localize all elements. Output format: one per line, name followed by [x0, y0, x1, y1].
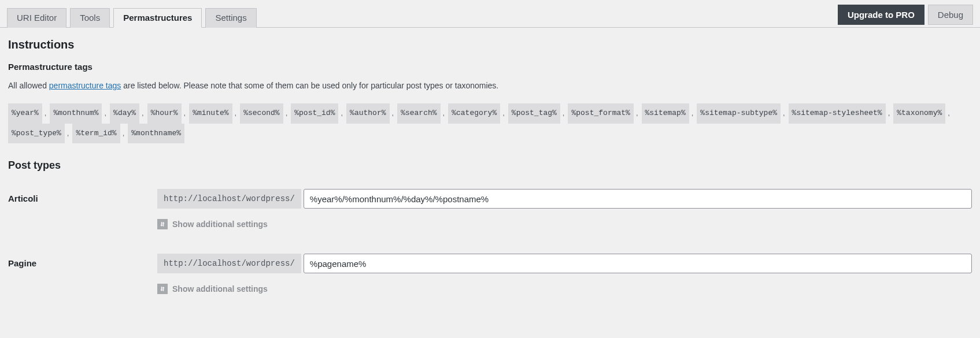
separator: , — [341, 105, 343, 122]
permastructure-tag: %term_id% — [72, 124, 120, 144]
post-type-label: Articoli — [8, 189, 157, 203]
separator: , — [443, 105, 445, 122]
tabs-left: URI Editor Tools Permastructures Setting… — [7, 8, 838, 27]
tab-permastructures[interactable]: Permastructures — [113, 8, 202, 28]
permastructure-tag: %second% — [240, 103, 283, 124]
post-type-row: Articolihttp://localhost/wordpress/Show … — [8, 189, 972, 229]
separator: , — [104, 105, 106, 122]
tab-bar: URI Editor Tools Permastructures Setting… — [0, 0, 980, 28]
separator: , — [235, 105, 237, 122]
permastructure-tag: %author% — [346, 103, 389, 124]
permastructure-tag: %search% — [397, 103, 440, 124]
separator: , — [502, 105, 505, 122]
permastructure-tags-heading: Permastructure tags — [8, 62, 972, 72]
separator: , — [392, 105, 394, 122]
permastructure-tag: %post_type% — [8, 124, 65, 144]
permastructure-tag: %taxonomy% — [893, 103, 945, 124]
permastructure-tag: %sitemap-subtype% — [697, 103, 781, 124]
permastructure-tag: %minute% — [189, 103, 232, 124]
post-type-body: http://localhost/wordpress/Show addition… — [157, 254, 972, 294]
content: Instructions Permastructure tags All all… — [0, 28, 980, 329]
permastructure-tag: %category% — [448, 103, 500, 124]
show-additional-settings-toggle[interactable]: Show additional settings — [157, 219, 972, 229]
desc-text-before: All allowed — [8, 81, 49, 90]
permalink-input-line: http://localhost/wordpress/ — [157, 189, 972, 209]
permastructure-tag: %post_id% — [291, 103, 338, 124]
permastructure-tag: %monthnum% — [50, 103, 102, 124]
separator: , — [783, 105, 785, 122]
permastructure-tag: %monthname% — [128, 124, 184, 144]
permastructure-tags-link[interactable]: permastructure tags — [49, 81, 121, 90]
permastructure-tag: %hour% — [147, 103, 182, 124]
separator: , — [286, 105, 288, 122]
show-additional-settings-toggle[interactable]: Show additional settings — [157, 284, 972, 294]
desc-text-after: are listed below. Please note that some … — [121, 81, 498, 90]
sort-icon — [157, 219, 168, 229]
post-type-label: Pagine — [8, 254, 157, 268]
post-type-row: Paginehttp://localhost/wordpress/Show ad… — [8, 254, 972, 294]
separator: , — [636, 105, 638, 122]
separator: , — [45, 105, 47, 122]
instructions-description: All allowed permastructure tags are list… — [8, 80, 972, 92]
toggle-label: Show additional settings — [172, 220, 268, 229]
permastructure-tag: %day% — [110, 103, 139, 124]
post-types-heading: Post types — [8, 159, 972, 172]
upgrade-button[interactable]: Upgrade to PRO — [838, 5, 924, 25]
permastructure-tag: %post_tag% — [508, 103, 560, 124]
separator: , — [563, 105, 565, 122]
post-type-body: http://localhost/wordpress/Show addition… — [157, 189, 972, 229]
debug-button[interactable]: Debug — [928, 5, 973, 25]
instructions-heading: Instructions — [8, 38, 972, 51]
separator: , — [691, 105, 694, 122]
tab-uri-editor[interactable]: URI Editor — [7, 8, 66, 28]
sort-icon — [157, 284, 168, 294]
separator: , — [184, 105, 186, 122]
permastructure-input[interactable] — [304, 254, 972, 273]
separator: , — [888, 105, 890, 122]
tabs-right: Upgrade to PRO Debug — [838, 5, 973, 25]
permastructure-tag: %post_format% — [568, 103, 633, 124]
post-types-rows: Articolihttp://localhost/wordpress/Show … — [8, 189, 972, 294]
tab-settings[interactable]: Settings — [205, 8, 256, 28]
separator: , — [67, 125, 69, 142]
permastructure-tags-list: %year%,%monthnum%,%day%,%hour%,%minute%,… — [8, 103, 972, 143]
tab-tools[interactable]: Tools — [70, 8, 110, 28]
url-prefix: http://localhost/wordpress/ — [157, 189, 301, 209]
permastructure-input[interactable] — [304, 189, 972, 209]
separator: , — [123, 125, 125, 142]
permalink-input-line: http://localhost/wordpress/ — [157, 254, 972, 273]
permastructure-tag: %sitemap% — [642, 103, 689, 124]
permastructure-tag: %sitemap-stylesheet% — [789, 103, 886, 124]
separator: , — [142, 105, 144, 122]
toggle-label: Show additional settings — [172, 284, 268, 294]
permastructure-tag: %year% — [8, 103, 42, 124]
separator: , — [948, 105, 950, 122]
url-prefix: http://localhost/wordpress/ — [157, 254, 301, 273]
